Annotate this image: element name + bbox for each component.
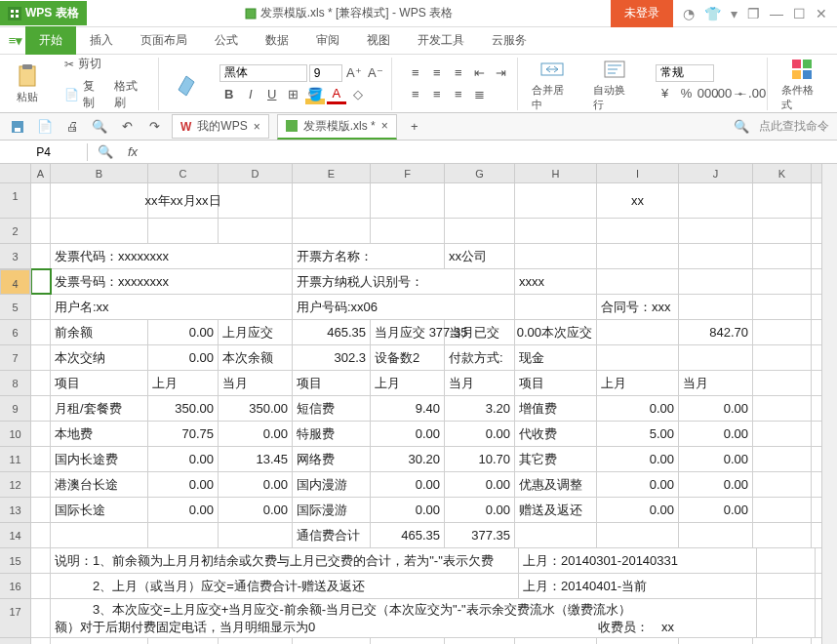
col-header[interactable]: B [51,164,148,182]
close-icon[interactable]: ✕ [816,6,827,21]
cell[interactable]: 其它费 [515,447,597,471]
cell[interactable]: 3、本次应交=上月应交+当月应交-前余额-当月已交（本次应交为"-"表示余交费流… [51,599,757,637]
col-header[interactable]: C [148,164,219,182]
row-header[interactable]: 5 [0,295,30,320]
tab-view[interactable]: 视图 [353,26,404,55]
cell[interactable]: 0.00 [597,447,679,471]
cell[interactable]: 0.00 [679,422,753,446]
cell[interactable]: 项目 [293,371,371,395]
cell[interactable]: 0.00 [679,447,753,471]
col-header[interactable]: G [445,164,515,182]
cell[interactable]: 5.00 [597,422,679,446]
row-header[interactable]: 15 [0,548,30,574]
cell[interactable]: 短信费 [293,396,371,421]
cell[interactable]: 发票代码：xxxxxxxx [51,244,293,268]
cell[interactable]: 0.00 [445,498,515,522]
row-header[interactable]: 8 [0,371,30,396]
grid-body[interactable]: xx年xx月xx日xx 发票代码：xxxxxxxx开票方名称：xx公司 发票号码… [31,183,821,644]
formula-input[interactable] [150,143,829,161]
login-button[interactable]: 未登录 [611,0,673,27]
row-header[interactable]: 14 [0,523,30,548]
cell[interactable]: 0.00 [371,498,445,522]
col-header[interactable]: J [679,164,753,182]
cell[interactable]: 0.00 [679,498,753,522]
find-command[interactable]: 点此查找命令 [759,118,829,135]
dec-dec-icon[interactable]: ←.00 [741,84,761,103]
cell[interactable]: 本次交纳 [51,345,148,370]
tab-insert[interactable]: 插入 [76,26,127,55]
font-color-icon[interactable]: A [327,85,346,104]
cell[interactable]: 0.00本次应交 [515,320,597,344]
col-header[interactable]: H [515,164,597,182]
currency-icon[interactable]: ¥ [656,84,675,103]
copy-button[interactable]: 📄复制格式刷 [60,76,152,113]
cell[interactable]: 0.00 [148,320,219,344]
tab-data[interactable]: 数据 [252,26,302,55]
cell[interactable]: 当月应交 377.35 [371,320,445,344]
cell[interactable]: 0.00 [597,472,679,497]
cell[interactable]: 30.20 [371,447,445,471]
cond-format-button[interactable]: 条件格式 [776,56,829,112]
cell[interactable]: 本地费 [51,422,148,446]
cell[interactable]: 国内长途费 [51,447,148,471]
cell[interactable]: 用户号码:xx06 [293,295,515,319]
row-header[interactable]: 18 [0,638,30,644]
tab-cloud[interactable]: 云服务 [478,26,540,55]
cell[interactable]: 本次余额 [219,345,293,370]
maximize-icon[interactable]: ☐ [793,6,806,21]
cell[interactable]: 用户名:xx [51,295,293,319]
cell[interactable]: 0.00 [148,498,219,522]
cell[interactable]: 0.00 [219,472,293,497]
cell[interactable]: 0.00 [219,498,293,522]
active-cell[interactable] [31,269,51,294]
tab-formula[interactable]: 公式 [201,26,252,55]
tab-start[interactable]: 开始 [25,26,76,55]
cell[interactable]: 350.00 [219,396,293,421]
cell[interactable]: 0.00 [597,498,679,522]
cell[interactable]: 10.70 [445,447,515,471]
cell[interactable]: 设备数2 [371,345,445,370]
cell[interactable]: xx年xx月xx日 [148,183,219,218]
cell[interactable]: 零元整 [515,638,597,644]
cell[interactable]: 上月应交 [219,320,293,344]
tab-layout[interactable]: 页面布局 [127,26,201,55]
cell[interactable]: xxxx [515,269,597,294]
saveas-icon[interactable]: 📄 [35,117,55,137]
font-family-select[interactable] [219,64,307,82]
cell[interactable]: 0.00 [371,472,445,497]
cell[interactable]: 前余额 [51,320,148,344]
cell[interactable]: 0.00 [293,638,371,644]
col-header[interactable]: D [219,164,293,182]
cell[interactable]: 0.00 [445,472,515,497]
row-header[interactable]: 2 [0,219,30,244]
cell[interactable]: 0.00 [219,422,293,446]
paste-button[interactable]: 粘贴 [8,62,47,104]
cell[interactable]: 开票方名称： [293,244,445,268]
cell[interactable]: xx [597,183,679,218]
cell[interactable]: 0.00 [597,396,679,421]
cell[interactable]: 网络费 [293,447,371,471]
row-header[interactable]: 1 [0,183,30,219]
close-tab-icon[interactable]: × [381,119,388,133]
cell[interactable]: 465.35 [293,320,371,344]
row-header[interactable]: 6 [0,320,30,345]
cell[interactable]: 9.40 [371,396,445,421]
select-all-corner[interactable] [0,164,31,183]
cell[interactable]: 国际漫游 [293,498,371,522]
cell[interactable]: 国际长途 [51,498,148,522]
cell[interactable]: 842.70 [679,320,753,344]
cell[interactable]: 465.35 [371,523,445,547]
cell[interactable]: 2、上月（或当月）应交=通信费合计-赠送及返还 [51,574,519,598]
cut-button[interactable]: ✂剪切 [60,54,152,74]
cell[interactable]: 当月已交 [445,320,515,344]
name-box[interactable] [0,143,88,161]
search-icon[interactable]: 🔍 [732,117,751,137]
align-center-icon[interactable]: ≡ [427,85,447,104]
number-format-select[interactable] [656,64,714,82]
cell[interactable]: 377.35 [445,523,515,547]
percent-icon[interactable]: % [677,84,697,103]
cell[interactable]: 代收费 [515,422,597,446]
minimize-icon[interactable]: — [770,6,783,21]
align-left-icon[interactable]: ≡ [406,85,425,104]
align-top-icon[interactable]: ≡ [406,63,425,83]
